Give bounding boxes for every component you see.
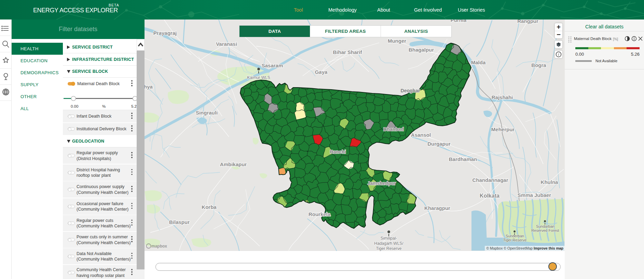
svg-text:Bhagalpur: Bhagalpur — [409, 47, 434, 53]
svg-text:Kaimur WLS: Kaimur WLS — [247, 75, 270, 80]
svg-text:Singrauli: Singrauli — [196, 110, 218, 116]
svg-text:0.00: 0.00 — [71, 104, 78, 108]
svg-text:Tiger Reserve: Tiger Reserve — [503, 238, 527, 242]
svg-text:Bilaspur: Bilaspur — [169, 219, 190, 225]
svg-text:Deoghar: Deoghar — [401, 88, 420, 93]
svg-text:Bihar Sharif: Bihar Sharif — [333, 49, 362, 55]
svg-text:Jamshedpur: Jamshedpur — [367, 181, 396, 186]
svg-text:Prayagraj: Prayagraj — [153, 30, 177, 36]
svg-text:Malda: Malda — [471, 59, 486, 65]
svg-text:Ambikapur: Ambikapur — [220, 161, 247, 167]
svg-text:mapbox: mapbox — [151, 244, 167, 249]
svg-text:Gaya: Gaya — [315, 69, 328, 75]
svg-text:Sasaram: Sasaram — [262, 63, 283, 68]
svg-text:Varanasi: Varanasi — [216, 41, 237, 47]
svg-text:Sundarban: Sundarban — [536, 224, 554, 228]
svg-text:Rajshahi: Rajshahi — [492, 94, 513, 100]
svg-text:Tiger Reserve: Tiger Reserve — [376, 246, 402, 251]
svg-text:Purnia: Purnia — [451, 19, 467, 23]
svg-text:Kharagpur: Kharagpur — [424, 205, 450, 211]
svg-text:i: i — [558, 52, 559, 56]
svg-text:Munger: Munger — [388, 38, 406, 44]
svg-text:Chandannagar: Chandannagar — [472, 177, 508, 183]
svg-text:Smma Jubaer: Smma Jubaer — [518, 192, 551, 198]
svg-text:Durgapur: Durgapur — [427, 141, 451, 147]
svg-text:Bardhaman: Bardhaman — [449, 156, 477, 162]
svg-text:Dhanbad: Dhanbad — [383, 127, 404, 132]
svg-text:Korba: Korba — [202, 204, 217, 210]
svg-text:Rourkela: Rourkela — [309, 211, 331, 217]
svg-text:Sunderban: Sunderban — [506, 234, 524, 238]
svg-text:Asansol: Asansol — [411, 132, 431, 138]
svg-text:Khulna: Khulna — [541, 179, 558, 185]
svg-text:Hadagarh WLS/: Hadagarh WLS/ — [374, 241, 403, 246]
svg-text:5.26: 5.26 — [131, 104, 137, 108]
svg-text:Similipal-: Similipal- — [381, 236, 397, 241]
svg-text:Kolkata: Kolkata — [480, 193, 499, 199]
svg-text:Meherpur: Meherpur — [491, 127, 515, 132]
svg-text:%: % — [102, 104, 106, 108]
svg-text:Ranchi: Ranchi — [330, 149, 346, 155]
svg-text:Rangpur: Rangpur — [517, 19, 538, 24]
svg-text:Reserved Forest: Reserved Forest — [531, 228, 559, 232]
svg-text:Bogra: Bogra — [531, 62, 546, 68]
svg-text:hya: hya — [145, 84, 153, 90]
